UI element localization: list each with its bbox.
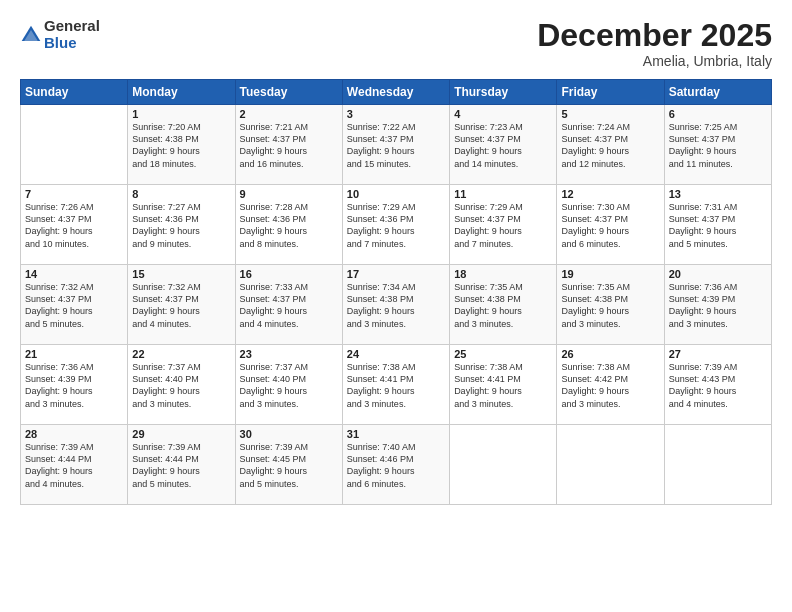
day-cell: 11Sunrise: 7:29 AMSunset: 4:37 PMDayligh… bbox=[450, 185, 557, 265]
day-cell: 17Sunrise: 7:34 AMSunset: 4:38 PMDayligh… bbox=[342, 265, 449, 345]
day-number: 8 bbox=[132, 188, 230, 200]
day-info: Sunrise: 7:25 AMSunset: 4:37 PMDaylight:… bbox=[669, 121, 767, 170]
day-cell: 31Sunrise: 7:40 AMSunset: 4:46 PMDayligh… bbox=[342, 425, 449, 505]
day-number: 14 bbox=[25, 268, 123, 280]
day-cell: 9Sunrise: 7:28 AMSunset: 4:36 PMDaylight… bbox=[235, 185, 342, 265]
day-number: 1 bbox=[132, 108, 230, 120]
day-info: Sunrise: 7:40 AMSunset: 4:46 PMDaylight:… bbox=[347, 441, 445, 490]
day-info: Sunrise: 7:35 AMSunset: 4:38 PMDaylight:… bbox=[561, 281, 659, 330]
col-header-wednesday: Wednesday bbox=[342, 80, 449, 105]
day-cell: 1Sunrise: 7:20 AMSunset: 4:38 PMDaylight… bbox=[128, 105, 235, 185]
day-number: 7 bbox=[25, 188, 123, 200]
day-number: 28 bbox=[25, 428, 123, 440]
day-number: 9 bbox=[240, 188, 338, 200]
day-number: 23 bbox=[240, 348, 338, 360]
day-cell: 24Sunrise: 7:38 AMSunset: 4:41 PMDayligh… bbox=[342, 345, 449, 425]
day-cell: 16Sunrise: 7:33 AMSunset: 4:37 PMDayligh… bbox=[235, 265, 342, 345]
col-header-thursday: Thursday bbox=[450, 80, 557, 105]
day-number: 6 bbox=[669, 108, 767, 120]
day-number: 21 bbox=[25, 348, 123, 360]
month-title: December 2025 bbox=[537, 18, 772, 53]
day-cell bbox=[557, 425, 664, 505]
day-number: 25 bbox=[454, 348, 552, 360]
day-info: Sunrise: 7:39 AMSunset: 4:44 PMDaylight:… bbox=[25, 441, 123, 490]
day-number: 26 bbox=[561, 348, 659, 360]
week-row-5: 28Sunrise: 7:39 AMSunset: 4:44 PMDayligh… bbox=[21, 425, 772, 505]
day-cell: 10Sunrise: 7:29 AMSunset: 4:36 PMDayligh… bbox=[342, 185, 449, 265]
day-number: 24 bbox=[347, 348, 445, 360]
day-cell: 26Sunrise: 7:38 AMSunset: 4:42 PMDayligh… bbox=[557, 345, 664, 425]
calendar-page: General Blue December 2025 Amelia, Umbri… bbox=[0, 0, 792, 612]
day-info: Sunrise: 7:38 AMSunset: 4:42 PMDaylight:… bbox=[561, 361, 659, 410]
day-number: 20 bbox=[669, 268, 767, 280]
day-info: Sunrise: 7:32 AMSunset: 4:37 PMDaylight:… bbox=[132, 281, 230, 330]
header-row: SundayMondayTuesdayWednesdayThursdayFrid… bbox=[21, 80, 772, 105]
day-info: Sunrise: 7:21 AMSunset: 4:37 PMDaylight:… bbox=[240, 121, 338, 170]
day-info: Sunrise: 7:37 AMSunset: 4:40 PMDaylight:… bbox=[132, 361, 230, 410]
day-info: Sunrise: 7:39 AMSunset: 4:44 PMDaylight:… bbox=[132, 441, 230, 490]
day-number: 18 bbox=[454, 268, 552, 280]
day-number: 15 bbox=[132, 268, 230, 280]
day-cell: 30Sunrise: 7:39 AMSunset: 4:45 PMDayligh… bbox=[235, 425, 342, 505]
day-info: Sunrise: 7:31 AMSunset: 4:37 PMDaylight:… bbox=[669, 201, 767, 250]
day-info: Sunrise: 7:37 AMSunset: 4:40 PMDaylight:… bbox=[240, 361, 338, 410]
col-header-sunday: Sunday bbox=[21, 80, 128, 105]
day-cell: 2Sunrise: 7:21 AMSunset: 4:37 PMDaylight… bbox=[235, 105, 342, 185]
day-number: 30 bbox=[240, 428, 338, 440]
day-number: 12 bbox=[561, 188, 659, 200]
day-number: 27 bbox=[669, 348, 767, 360]
col-header-friday: Friday bbox=[557, 80, 664, 105]
col-header-saturday: Saturday bbox=[664, 80, 771, 105]
day-number: 13 bbox=[669, 188, 767, 200]
day-info: Sunrise: 7:39 AMSunset: 4:45 PMDaylight:… bbox=[240, 441, 338, 490]
day-number: 29 bbox=[132, 428, 230, 440]
day-info: Sunrise: 7:38 AMSunset: 4:41 PMDaylight:… bbox=[454, 361, 552, 410]
day-number: 3 bbox=[347, 108, 445, 120]
day-cell: 5Sunrise: 7:24 AMSunset: 4:37 PMDaylight… bbox=[557, 105, 664, 185]
day-cell: 21Sunrise: 7:36 AMSunset: 4:39 PMDayligh… bbox=[21, 345, 128, 425]
day-number: 22 bbox=[132, 348, 230, 360]
day-cell: 15Sunrise: 7:32 AMSunset: 4:37 PMDayligh… bbox=[128, 265, 235, 345]
day-cell: 20Sunrise: 7:36 AMSunset: 4:39 PMDayligh… bbox=[664, 265, 771, 345]
logo-blue-text: Blue bbox=[44, 34, 77, 51]
day-info: Sunrise: 7:38 AMSunset: 4:41 PMDaylight:… bbox=[347, 361, 445, 410]
week-row-1: 1Sunrise: 7:20 AMSunset: 4:38 PMDaylight… bbox=[21, 105, 772, 185]
day-info: Sunrise: 7:33 AMSunset: 4:37 PMDaylight:… bbox=[240, 281, 338, 330]
day-cell bbox=[450, 425, 557, 505]
day-info: Sunrise: 7:20 AMSunset: 4:38 PMDaylight:… bbox=[132, 121, 230, 170]
day-number: 4 bbox=[454, 108, 552, 120]
day-number: 31 bbox=[347, 428, 445, 440]
day-cell: 19Sunrise: 7:35 AMSunset: 4:38 PMDayligh… bbox=[557, 265, 664, 345]
day-cell bbox=[664, 425, 771, 505]
day-cell: 14Sunrise: 7:32 AMSunset: 4:37 PMDayligh… bbox=[21, 265, 128, 345]
week-row-4: 21Sunrise: 7:36 AMSunset: 4:39 PMDayligh… bbox=[21, 345, 772, 425]
day-number: 11 bbox=[454, 188, 552, 200]
day-cell: 6Sunrise: 7:25 AMSunset: 4:37 PMDaylight… bbox=[664, 105, 771, 185]
day-number: 19 bbox=[561, 268, 659, 280]
day-cell: 29Sunrise: 7:39 AMSunset: 4:44 PMDayligh… bbox=[128, 425, 235, 505]
day-cell: 3Sunrise: 7:22 AMSunset: 4:37 PMDaylight… bbox=[342, 105, 449, 185]
week-row-2: 7Sunrise: 7:26 AMSunset: 4:37 PMDaylight… bbox=[21, 185, 772, 265]
day-cell: 27Sunrise: 7:39 AMSunset: 4:43 PMDayligh… bbox=[664, 345, 771, 425]
col-header-tuesday: Tuesday bbox=[235, 80, 342, 105]
title-block: December 2025 Amelia, Umbria, Italy bbox=[537, 18, 772, 69]
day-number: 5 bbox=[561, 108, 659, 120]
day-info: Sunrise: 7:39 AMSunset: 4:43 PMDaylight:… bbox=[669, 361, 767, 410]
day-cell: 28Sunrise: 7:39 AMSunset: 4:44 PMDayligh… bbox=[21, 425, 128, 505]
calendar-table: SundayMondayTuesdayWednesdayThursdayFrid… bbox=[20, 79, 772, 505]
day-cell: 4Sunrise: 7:23 AMSunset: 4:37 PMDaylight… bbox=[450, 105, 557, 185]
day-cell: 25Sunrise: 7:38 AMSunset: 4:41 PMDayligh… bbox=[450, 345, 557, 425]
col-header-monday: Monday bbox=[128, 80, 235, 105]
location: Amelia, Umbria, Italy bbox=[537, 53, 772, 69]
day-number: 10 bbox=[347, 188, 445, 200]
day-cell: 12Sunrise: 7:30 AMSunset: 4:37 PMDayligh… bbox=[557, 185, 664, 265]
day-info: Sunrise: 7:30 AMSunset: 4:37 PMDaylight:… bbox=[561, 201, 659, 250]
day-info: Sunrise: 7:24 AMSunset: 4:37 PMDaylight:… bbox=[561, 121, 659, 170]
day-cell: 13Sunrise: 7:31 AMSunset: 4:37 PMDayligh… bbox=[664, 185, 771, 265]
day-cell bbox=[21, 105, 128, 185]
day-number: 2 bbox=[240, 108, 338, 120]
day-cell: 18Sunrise: 7:35 AMSunset: 4:38 PMDayligh… bbox=[450, 265, 557, 345]
day-cell: 22Sunrise: 7:37 AMSunset: 4:40 PMDayligh… bbox=[128, 345, 235, 425]
logo: General Blue bbox=[20, 18, 100, 51]
day-info: Sunrise: 7:26 AMSunset: 4:37 PMDaylight:… bbox=[25, 201, 123, 250]
